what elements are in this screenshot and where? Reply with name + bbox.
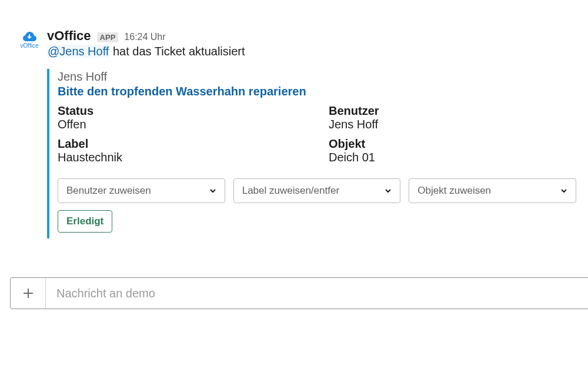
composer-input[interactable] bbox=[46, 278, 588, 309]
user-mention[interactable]: @Jens Hoff bbox=[47, 45, 109, 58]
chevron-down-icon bbox=[385, 187, 392, 194]
message: vOffice vOffice APP 16:24 Uhr @Jens Hoff… bbox=[18, 28, 576, 238]
done-button-label: Erledigt bbox=[66, 216, 103, 227]
chevron-down-icon bbox=[560, 187, 567, 194]
composer-add-button[interactable] bbox=[11, 278, 46, 309]
field-column-left: Status Offen Label Haustechnik bbox=[58, 104, 305, 170]
app-avatar: vOffice bbox=[18, 28, 41, 49]
select-label: Objekt zuweisen bbox=[417, 185, 495, 197]
actions-row: Benutzer zuweisen Label zuweisen/entfer … bbox=[58, 178, 576, 203]
field-label-field: Label Haustechnik bbox=[58, 137, 305, 164]
author-name: vOffice bbox=[47, 28, 91, 44]
field-label: Objekt bbox=[329, 137, 576, 151]
avatar-label: vOffice bbox=[21, 42, 39, 49]
field-label: Benutzer bbox=[329, 104, 576, 118]
attachment-author: Jens Hoff bbox=[58, 70, 576, 84]
cloud-icon bbox=[21, 31, 38, 42]
assign-object-select[interactable]: Objekt zuweisen bbox=[409, 178, 576, 203]
chevron-down-icon bbox=[209, 187, 216, 194]
summary-line: @Jens Hoff hat das Ticket aktualisiert bbox=[47, 45, 576, 58]
select-label: Benutzer zuweisen bbox=[66, 185, 155, 197]
assign-user-select[interactable]: Benutzer zuweisen bbox=[58, 178, 225, 203]
field-value: Haustechnik bbox=[58, 151, 305, 164]
field-column-right: Benutzer Jens Hoff Objekt Deich 01 bbox=[329, 104, 576, 170]
field-status: Status Offen bbox=[58, 104, 305, 131]
done-button[interactable]: Erledigt bbox=[58, 210, 112, 233]
message-composer bbox=[10, 277, 588, 309]
attachment: Jens Hoff Bitte den tropfenden Wasserhah… bbox=[47, 69, 576, 238]
field-label: Label bbox=[58, 137, 305, 151]
field-object: Objekt Deich 01 bbox=[329, 137, 576, 164]
timestamp: 16:24 Uhr bbox=[124, 32, 165, 42]
app-badge: APP bbox=[97, 32, 119, 42]
attachment-title[interactable]: Bitte den tropfenden Wasserhahn reparier… bbox=[58, 85, 576, 98]
field-value: Offen bbox=[58, 118, 305, 131]
field-value: Jens Hoff bbox=[329, 118, 576, 131]
message-header: vOffice APP 16:24 Uhr bbox=[47, 28, 576, 44]
field-value: Deich 01 bbox=[329, 151, 576, 164]
message-body: vOffice APP 16:24 Uhr @Jens Hoff hat das… bbox=[47, 28, 576, 238]
field-user: Benutzer Jens Hoff bbox=[329, 104, 576, 131]
plus-icon bbox=[22, 287, 35, 300]
select-label: Label zuweisen/entfer bbox=[242, 185, 343, 197]
fields-grid: Status Offen Label Haustechnik Benutzer … bbox=[58, 104, 576, 170]
field-label: Status bbox=[58, 104, 305, 118]
summary-text: hat das Ticket aktualisiert bbox=[109, 45, 245, 58]
assign-label-select[interactable]: Label zuweisen/entfer bbox=[233, 178, 401, 203]
